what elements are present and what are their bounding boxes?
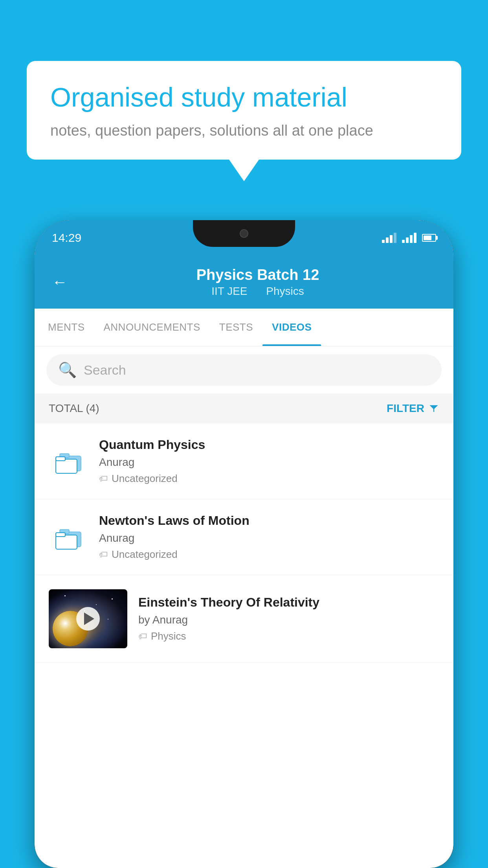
search-input[interactable]: Search [84,362,126,378]
play-button[interactable] [76,607,100,631]
tab-tests[interactable]: TESTS [210,309,262,346]
video-author: Anurag [99,456,439,469]
speech-bubble-title: Organised study material [50,81,438,114]
tag-icon: 🏷 [99,474,108,484]
svg-rect-3 [56,457,65,461]
header-title-group: Physics Batch 12 IIT JEE Physics [79,267,436,298]
list-item[interactable]: Newton's Laws of Motion Anurag 🏷 Uncateg… [35,499,453,575]
tab-videos[interactable]: VIDEOS [262,309,321,346]
total-count: TOTAL (4) [49,402,99,415]
folder-icon-wrap [49,517,88,557]
status-bar: 14:29 [35,220,453,256]
speech-bubble-container: Organised study material notes, question… [27,61,461,181]
filter-icon [428,403,439,414]
video-author: Anurag [99,532,439,544]
filter-bar: TOTAL (4) FILTER [35,394,453,423]
folder-icon [53,523,84,551]
battery-icon [422,234,436,242]
header-subtitle-iitjee: IIT JEE [211,285,247,297]
video-info: Newton's Laws of Motion Anurag 🏷 Uncateg… [99,513,439,561]
speech-bubble-subtitle: notes, question papers, solutions all at… [50,122,438,139]
video-author: by Anurag [138,614,439,626]
filter-label: FILTER [387,402,424,415]
status-time: 14:29 [52,231,81,245]
cellular-icon [402,233,416,243]
header-subtitle-physics: Physics [266,285,304,297]
header-subtitle: IIT JEE Physics [79,285,436,298]
tag-label: Uncategorized [112,548,178,561]
search-bar-container: 🔍 Search [35,346,453,394]
tab-ments[interactable]: MENTS [39,309,94,346]
speech-bubble: Organised study material notes, question… [27,61,461,160]
header-main-title: Physics Batch 12 [79,267,436,283]
video-title: Newton's Laws of Motion [99,513,439,528]
video-info: Quantum Physics Anurag 🏷 Uncategorized [99,438,439,485]
video-tag: 🏷 Uncategorized [99,473,439,485]
video-title: Quantum Physics [99,438,439,452]
tag-icon: 🏷 [99,550,108,560]
svg-rect-7 [56,533,65,537]
tab-announcements[interactable]: ANNOUNCEMENTS [94,309,210,346]
folder-icon [53,447,84,475]
tag-label: Physics [151,630,186,642]
video-info: Einstein's Theory Of Relativity by Anura… [138,595,439,642]
phone-frame: 14:29 [35,220,453,868]
search-bar[interactable]: 🔍 Search [46,354,442,386]
play-triangle-icon [84,612,94,625]
back-button[interactable]: ← [52,273,68,291]
filter-button[interactable]: FILTER [387,402,439,415]
svg-rect-6 [56,535,77,549]
phone-screen: 14:29 [35,220,453,868]
signal-icon [382,233,396,243]
list-item[interactable]: Quantum Physics Anurag 🏷 Uncategorized [35,423,453,499]
video-title: Einstein's Theory Of Relativity [138,595,439,610]
video-tag: 🏷 Uncategorized [99,548,439,561]
front-camera [240,229,248,238]
tag-icon: 🏷 [138,631,147,642]
tag-label: Uncategorized [112,473,178,485]
speech-bubble-arrow [229,160,259,181]
list-item[interactable]: Einstein's Theory Of Relativity by Anura… [35,575,453,663]
battery-fill [424,235,431,240]
play-overlay[interactable] [49,589,127,648]
video-thumbnail [49,589,127,648]
video-list: Quantum Physics Anurag 🏷 Uncategorized [35,423,453,663]
folder-icon-wrap [49,441,88,481]
svg-rect-2 [56,459,77,473]
status-icons [382,233,436,243]
phone-notch [193,220,295,247]
app-header: ← Physics Batch 12 IIT JEE Physics [35,256,453,309]
search-icon: 🔍 [58,361,77,379]
video-tag: 🏷 Physics [138,630,439,642]
tabs-bar: MENTS ANNOUNCEMENTS TESTS VIDEOS [35,309,453,346]
